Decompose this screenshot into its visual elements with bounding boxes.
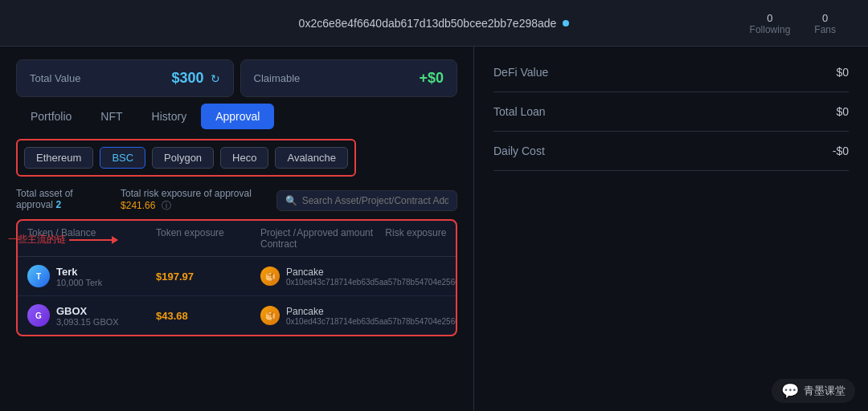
total-value-label: Total Value [30,72,80,84]
chain-ethereum[interactable]: Ethereum [24,147,93,169]
total-risk-value: $241.66 [121,200,155,211]
project-cell-gbox: 🥞 Pancake 0x10ed43c718714eb63d5aa57b78b5… [260,306,457,326]
annotation-arrow [69,239,117,241]
total-loan-card: Total Loan $0 [493,92,849,132]
chain-filter-group: Ethereum BSC Polygon Heco Avalanche [16,139,356,177]
claimable-value: +$0 [419,70,444,87]
left-panel: Total Value $300 ↻ Claimable +$0 Portfol… [0,47,474,411]
total-asset-label: Total asset of approval 2 [16,188,104,213]
fans-stat[interactable]: 0 Fans [814,12,836,35]
token-info-terk: Terk 10,000 Terk [56,266,102,287]
project-icon-pancake1: 🥞 [260,267,280,286]
info-icon: ⓘ [162,200,171,211]
summary-row: Total Value $300 ↻ Claimable +$0 [16,59,457,97]
project-info-gbox: Pancake 0x10ed43c718714eb63d5aa57b78b547… [286,306,457,326]
col-exposure: Token exposure [156,227,260,250]
token-cell-gbox: G GBOX 3,093.15 GBOX [27,304,156,327]
annotation-text: 一些主流的链 [8,233,66,246]
connection-dot [563,20,569,26]
total-value: $300 [171,70,203,87]
token-exposure-terk: $197.97 [156,271,260,283]
wechat-icon: 💬 [781,382,799,400]
project-name-terk: Pancake [286,267,457,278]
tab-nft[interactable]: NFT [86,104,137,129]
wallet-address: 0x2c6e8e4f6640dab617d13db50bcee2bb7e298a… [299,17,570,30]
claimable-card: Claimable +$0 [240,59,458,97]
token-balance-terk: 10,000 Terk [56,278,102,287]
total-asset-count: 2 [55,199,61,210]
fans-label: Fans [814,24,836,35]
search-box[interactable]: 🔍 [276,190,457,211]
project-info-terk: Pancake 0x10ed43c718714eb63d5aa57b78b547… [286,267,457,287]
main-content: Total Value $300 ↻ Claimable +$0 Portfol… [0,47,868,411]
header-stats: 0 Following 0 Fans [750,0,836,47]
loan-label: Total Loan [493,105,546,118]
search-input[interactable] [302,195,448,206]
following-count: 0 [750,12,791,24]
table-row: T Terk 10,000 Terk $197.97 🥞 Pancake 0x1… [18,257,456,296]
project-icon-pancake2: 🥞 [260,306,280,325]
chain-polygon[interactable]: Polygon [152,147,214,169]
address-text: 0x2c6e8e4f6640dab617d13db50bcee2bb7e298a… [299,17,557,30]
right-panel: DeFi Value $0 Total Loan $0 Daily Cost -… [474,47,868,411]
search-icon: 🔍 [285,195,297,206]
header: 0x2c6e8e4f6640dab617d13db50bcee2bb7e298a… [0,0,868,47]
defi-value: $0 [836,66,849,79]
defi-value-card: DeFi Value $0 [493,59,849,92]
refresh-icon[interactable]: ↻ [211,72,220,85]
tab-bar: Portfolio NFT History Approval [16,104,457,129]
tab-approval[interactable]: Approval [201,104,274,129]
token-icon-terk: T [27,265,50,287]
project-name-gbox: Pancake [286,306,457,317]
token-name-gbox: GBOX [56,305,119,317]
token-cell-terk: T Terk 10,000 Terk [27,265,156,287]
annotation: 一些主流的链 [8,233,117,246]
defi-label: DeFi Value [493,66,548,79]
fans-count: 0 [814,12,836,24]
watermark: 💬 青墨课堂 [772,379,855,403]
tab-history[interactable]: History [137,104,202,129]
token-info-gbox: GBOX 3,093.15 GBOX [56,305,119,327]
total-risk-label: Total risk exposure of approval $241.66 … [121,188,276,213]
token-icon-gbox: G [27,304,50,327]
col-risk: Risk exposure [385,227,457,250]
token-balance-gbox: 3,093.15 GBOX [56,317,119,327]
project-addr-gbox: 0x10ed43c718714eb63d5aa57b78b54704e25602… [286,317,457,326]
claimable-label: Claimable [254,72,301,84]
cost-value: -$0 [833,144,849,157]
token-name-terk: Terk [56,266,102,278]
col-approved: Approved amount [297,227,385,250]
stats-left: Total asset of approval 2 Total risk exp… [16,188,276,213]
tab-portfolio[interactable]: Portfolio [16,104,86,129]
loan-value: $0 [836,105,849,118]
cost-label: Daily Cost [493,144,545,157]
col-project: Project / Contract [260,227,297,250]
stats-row: Total asset of approval 2 Total risk exp… [16,188,457,213]
project-addr-terk: 0x10ed43c718714eb63d5aa57b78b54704e25602… [286,278,457,287]
following-stat[interactable]: 0 Following [750,12,791,35]
chain-avalanche[interactable]: Avalanche [275,147,347,169]
chain-heco[interactable]: Heco [220,147,268,169]
daily-cost-card: Daily Cost -$0 [493,132,849,171]
project-cell-terk: 🥞 Pancake 0x10ed43c718714eb63d5aa57b78b5… [260,267,457,287]
table-row: G GBOX 3,093.15 GBOX $43.68 🥞 Pancake 0x… [18,296,456,335]
watermark-text: 青墨课堂 [804,384,845,398]
chain-bsc[interactable]: BSC [100,147,145,169]
following-label: Following [750,24,791,35]
token-exposure-gbox: $43.68 [156,310,260,322]
total-value-card: Total Value $300 ↻ [16,59,234,97]
